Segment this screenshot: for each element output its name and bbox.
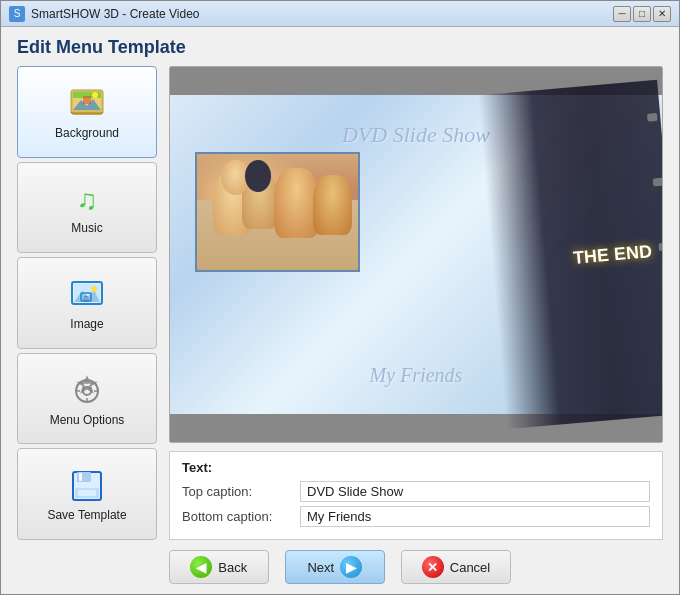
svg-text:♫: ♫ (77, 184, 98, 215)
info-section-label: Text: (182, 460, 650, 475)
back-icon: ◀ (190, 556, 212, 578)
music-label: Music (71, 221, 102, 235)
cancel-icon: ✕ (422, 556, 444, 578)
menu-options-label: Menu Options (50, 413, 125, 427)
sidebar-item-background[interactable]: Background (17, 66, 157, 158)
title-bar-left: S SmartSHOW 3D - Create Video (9, 6, 200, 22)
music-icon: ♫ (69, 181, 105, 217)
sidebar-item-image[interactable]: Image (17, 257, 157, 349)
app-icon: S (9, 6, 25, 22)
bottom-caption-label: Bottom caption: (182, 509, 292, 524)
maximize-button[interactable]: □ (633, 6, 651, 22)
filmstrip-hole (653, 178, 663, 187)
svg-point-10 (91, 286, 97, 292)
preview-area: DVD Slide Show My Friends (169, 66, 663, 443)
svg-rect-21 (79, 473, 82, 481)
bottom-bar: ◀ Back Next ▶ ✕ Cancel (1, 540, 679, 594)
sidebar-item-music[interactable]: ♫ Music (17, 162, 157, 254)
sidebar-item-save-template[interactable]: Save Template (17, 448, 157, 540)
title-bar-buttons: ─ □ ✕ (613, 6, 671, 22)
preview-photo (195, 152, 360, 272)
svg-point-3 (92, 92, 98, 98)
top-caption-row: Top caption: (182, 481, 650, 502)
next-button[interactable]: Next ▶ (285, 550, 385, 584)
main-window: S SmartSHOW 3D - Create Video ─ □ ✕ Edit… (0, 0, 680, 595)
image-icon (69, 277, 105, 313)
svg-rect-5 (83, 96, 91, 104)
back-label: Back (218, 560, 247, 575)
sidebar-item-menu-options[interactable]: Menu Options (17, 353, 157, 445)
preview-photo-inner (197, 154, 358, 270)
svg-rect-23 (78, 490, 96, 496)
top-caption-input[interactable] (300, 481, 650, 502)
save-template-label: Save Template (47, 508, 126, 522)
save-template-icon (69, 468, 105, 504)
next-label: Next (307, 560, 334, 575)
background-icon (69, 86, 105, 122)
close-button[interactable]: ✕ (653, 6, 671, 22)
bottom-caption-input[interactable] (300, 506, 650, 527)
menu-options-icon (69, 373, 105, 409)
left-panel: Background ♫ Music (17, 66, 157, 540)
title-bar: S SmartSHOW 3D - Create Video ─ □ ✕ (1, 1, 679, 27)
image-label: Image (70, 317, 103, 331)
cancel-button[interactable]: ✕ Cancel (401, 550, 511, 584)
filmstrip-hole (647, 113, 658, 122)
minimize-button[interactable]: ─ (613, 6, 631, 22)
right-panel: DVD Slide Show My Friends (169, 66, 663, 540)
bottom-caption-row: Bottom caption: (182, 506, 650, 527)
background-label: Background (55, 126, 119, 140)
content-area: Background ♫ Music (1, 66, 679, 540)
top-caption-label: Top caption: (182, 484, 292, 499)
next-icon: ▶ (340, 556, 362, 578)
back-button[interactable]: ◀ Back (169, 550, 269, 584)
window-title: SmartSHOW 3D - Create Video (31, 7, 200, 21)
cancel-label: Cancel (450, 560, 490, 575)
page-title: Edit Menu Template (1, 27, 679, 66)
filmstrip-hole (658, 243, 663, 252)
info-area: Text: Top caption: Bottom caption: (169, 451, 663, 540)
